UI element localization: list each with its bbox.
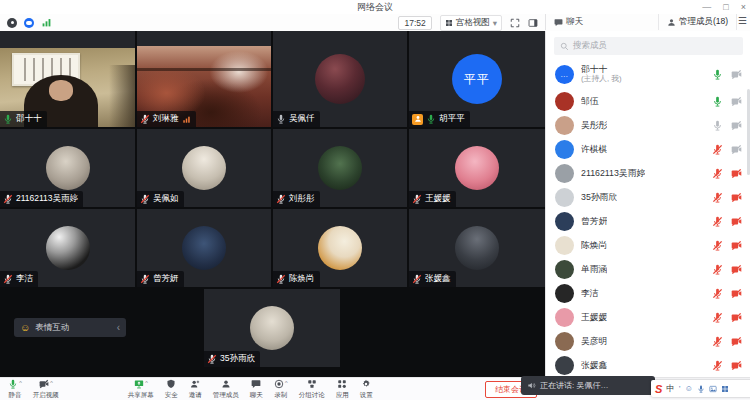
participant-name: 胡平平: [439, 113, 465, 125]
video-tile[interactable]: 吴佩仟: [273, 31, 407, 127]
video-tile[interactable]: 刘彤彤: [273, 129, 407, 207]
camera-off-icon[interactable]: [731, 360, 742, 371]
search-placeholder: 搜索成员: [573, 40, 607, 52]
chat-button[interactable]: 聊天: [250, 379, 263, 400]
video-tile[interactable]: 陈焕尚: [273, 209, 407, 287]
record-button[interactable]: ^ 录制: [274, 379, 288, 400]
tab-manage-members[interactable]: 管理成员(18): [658, 14, 737, 30]
collapse-arrow-icon[interactable]: ‹: [117, 322, 120, 333]
mic-idle-icon: [276, 114, 286, 124]
mic-on-icon[interactable]: [712, 69, 723, 80]
camera-off-icon[interactable]: [731, 120, 742, 131]
search-input[interactable]: 搜索成员: [554, 37, 743, 55]
minimize-button[interactable]: —: [702, 2, 711, 12]
video-tile[interactable]: 吴佩如: [137, 129, 271, 207]
member-role: (主持人, 我): [581, 75, 622, 84]
mic-muted-icon[interactable]: [712, 144, 723, 155]
mute-button[interactable]: ^ 静音: [8, 379, 22, 400]
mic-muted-icon[interactable]: [712, 192, 723, 203]
panel-menu-icon[interactable]: ☰: [738, 15, 747, 26]
mic-muted-icon[interactable]: [712, 240, 723, 251]
member-row[interactable]: 陈焕尚: [546, 233, 750, 257]
emoji-reaction-pill[interactable]: ☺ 表情互动 ‹: [14, 318, 126, 337]
video-tile[interactable]: 邵十十: [0, 31, 135, 127]
camera-off-icon[interactable]: [731, 192, 742, 203]
camera-off-icon[interactable]: [731, 288, 742, 299]
video-tile[interactable]: 35孙雨欣: [204, 289, 340, 367]
member-row[interactable]: 吴彦明: [546, 329, 750, 353]
mic-muted-icon[interactable]: [712, 168, 723, 179]
mic-muted-icon[interactable]: [712, 312, 723, 323]
ime-mode-toggle[interactable]: 中: [666, 383, 675, 395]
member-row[interactable]: … 邵十十(主持人, 我): [546, 59, 750, 89]
mic-muted-icon[interactable]: [712, 264, 723, 275]
mic-muted-icon[interactable]: [712, 336, 723, 347]
member-row[interactable]: 张媛鑫: [546, 353, 750, 377]
invite-button[interactable]: 邀请: [189, 379, 202, 400]
voice-input-icon[interactable]: [697, 385, 705, 393]
tab-chat[interactable]: 聊天: [546, 14, 591, 30]
video-tile[interactable]: 张媛鑫: [409, 209, 545, 287]
member-row[interactable]: 邹伍: [546, 89, 750, 113]
member-row[interactable]: 王媛媛: [546, 305, 750, 329]
video-tile[interactable]: 21162113吴雨婷: [0, 129, 135, 207]
mic-muted-icon[interactable]: [712, 216, 723, 227]
camera-off-icon[interactable]: [731, 264, 742, 275]
person-icon: [221, 379, 231, 389]
meeting-app-badge-icon[interactable]: [24, 18, 34, 28]
recording-indicator-icon[interactable]: [7, 18, 17, 28]
member-name: 许棋棋: [581, 144, 607, 154]
video-tile[interactable]: 刘琳雅: [137, 31, 271, 127]
security-button[interactable]: 安全: [165, 379, 178, 400]
camera-off-icon[interactable]: [731, 336, 742, 347]
ime-toolbox-icon[interactable]: [721, 385, 729, 393]
settings-button[interactable]: 设置: [360, 379, 373, 400]
mic-idle-icon[interactable]: [712, 120, 723, 131]
member-avatar: [555, 140, 574, 159]
skin-image-icon[interactable]: [709, 385, 717, 393]
start-video-button[interactable]: ^ 开启视频: [33, 379, 59, 400]
ime-toolbar[interactable]: S 中 ’ ☺: [651, 380, 750, 397]
sogou-logo-icon[interactable]: S: [655, 383, 662, 395]
manage-members-button[interactable]: 管理成员: [213, 379, 239, 400]
layout-panel-icon[interactable]: [528, 18, 538, 28]
mic-muted-icon[interactable]: [712, 360, 723, 371]
camera-off-icon[interactable]: [731, 312, 742, 323]
maximize-button[interactable]: □: [723, 2, 728, 12]
participant-avatar: [318, 226, 362, 270]
breakout-rooms-button[interactable]: 分组讨论: [299, 379, 325, 400]
apps-button[interactable]: 应用: [336, 379, 349, 400]
close-button[interactable]: ×: [741, 2, 746, 12]
grid-view-icon: [445, 19, 453, 27]
ime-punctuation-toggle[interactable]: ’: [679, 384, 681, 393]
video-tile[interactable]: 平平 胡平平: [409, 31, 545, 127]
member-row[interactable]: 李洁: [546, 281, 750, 305]
member-row[interactable]: 吴彤彤: [546, 113, 750, 137]
video-tile[interactable]: 曾芳妍: [137, 209, 271, 287]
video-tile[interactable]: 李洁: [0, 209, 135, 287]
member-row[interactable]: 21162113吴雨婷: [546, 161, 750, 185]
camera-off-icon[interactable]: [731, 216, 742, 227]
participant-name: 王媛媛: [425, 193, 451, 205]
record-icon: [274, 379, 284, 389]
camera-off-icon[interactable]: [731, 168, 742, 179]
video-tile[interactable]: 王媛媛: [409, 129, 545, 207]
emoji-picker-icon[interactable]: ☺: [685, 384, 693, 393]
mic-off-icon: [3, 274, 13, 284]
share-screen-button[interactable]: ^ 共享屏幕: [128, 379, 154, 400]
mic-on-icon[interactable]: [712, 96, 723, 107]
member-row[interactable]: 曾芳妍: [546, 209, 750, 233]
meeting-timer: 17:52: [398, 16, 431, 30]
mic-muted-icon[interactable]: [712, 288, 723, 299]
member-row[interactable]: 许棋棋: [546, 137, 750, 161]
fullscreen-icon[interactable]: [510, 18, 520, 28]
camera-off-icon[interactable]: [731, 144, 742, 155]
member-row[interactable]: 35孙雨欣: [546, 185, 750, 209]
view-mode-button[interactable]: 宫格视图 ▾: [440, 15, 502, 31]
member-row[interactable]: 单雨涵: [546, 257, 750, 281]
member-name: 王媛媛: [581, 312, 607, 322]
network-signal-icon[interactable]: [41, 17, 52, 28]
camera-off-icon[interactable]: [731, 96, 742, 107]
camera-off-icon[interactable]: [731, 69, 742, 80]
camera-off-icon[interactable]: [731, 240, 742, 251]
